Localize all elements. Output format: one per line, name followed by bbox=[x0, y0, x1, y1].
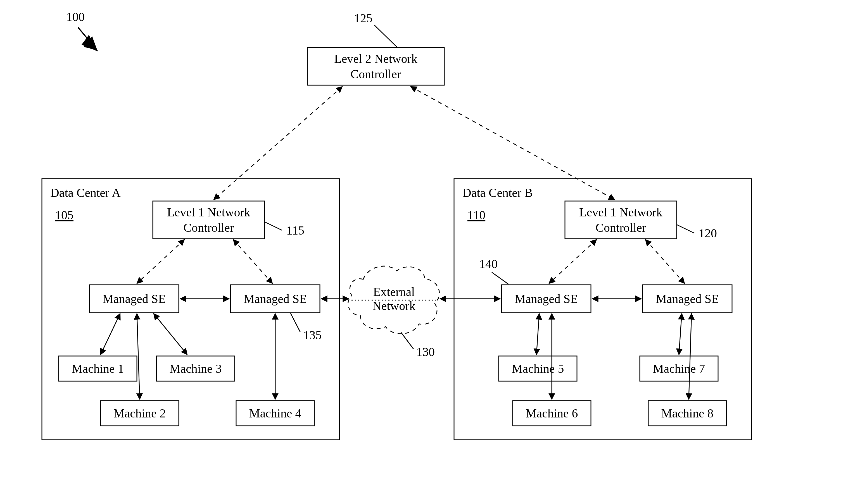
network-diagram: 100 Level 2 Network Controller 125 Data … bbox=[0, 0, 841, 504]
dc-b-title: Data Center B bbox=[462, 186, 533, 200]
l2-line1: Level 2 Network bbox=[334, 52, 417, 66]
link-l1a-sea2 bbox=[233, 239, 273, 283]
link-sea1-m1 bbox=[101, 313, 120, 355]
link-l1b-seb2 bbox=[645, 239, 685, 283]
l1a-line1: Level 1 Network bbox=[167, 205, 250, 219]
link-l2-l1b bbox=[411, 87, 615, 200]
m4-label: Machine 4 bbox=[249, 407, 301, 420]
link-seb1-m5 bbox=[537, 313, 539, 355]
se-b1-label: Managed SE bbox=[515, 292, 578, 306]
ref-130-label: 130 bbox=[416, 345, 435, 359]
se-a1-label: Managed SE bbox=[103, 292, 166, 306]
link-l1a-sea1 bbox=[137, 239, 185, 283]
m6-label: Machine 6 bbox=[526, 407, 578, 420]
ref-135-leader bbox=[291, 313, 300, 332]
ref-115-label: 115 bbox=[286, 224, 304, 237]
ref-135-label: 135 bbox=[303, 328, 321, 342]
ref-125: 125 bbox=[354, 12, 397, 47]
l2-line2: Controller bbox=[351, 67, 401, 81]
se-a2-label: Managed SE bbox=[244, 292, 307, 306]
level1-controller-b: Level 1 Network Controller bbox=[565, 201, 677, 239]
level1-controller-a: Level 1 Network Controller bbox=[153, 201, 265, 239]
level2-controller: Level 2 Network Controller bbox=[307, 48, 444, 85]
l1b-line1: Level 1 Network bbox=[579, 205, 663, 219]
dc-a-title: Data Center A bbox=[50, 186, 121, 200]
m3-label: Machine 3 bbox=[170, 362, 222, 376]
ref-140-label: 140 bbox=[479, 257, 497, 271]
ref-120-leader bbox=[677, 225, 694, 233]
link-l2-l1a bbox=[214, 87, 342, 200]
ref-115-leader bbox=[265, 222, 282, 230]
ext-l1: External bbox=[373, 285, 415, 299]
m2-label: Machine 2 bbox=[114, 407, 166, 420]
l1a-line2: Controller bbox=[183, 221, 234, 235]
ref-125-label: 125 bbox=[354, 12, 372, 25]
ref-110-label: 110 bbox=[468, 208, 485, 222]
m8-label: Machine 8 bbox=[661, 407, 714, 420]
m5-label: Machine 5 bbox=[512, 362, 564, 376]
ref-120-label: 120 bbox=[699, 227, 717, 240]
svg-line-4 bbox=[374, 25, 397, 47]
m1-label: Machine 1 bbox=[72, 362, 124, 376]
ref-105-label: 105 bbox=[55, 208, 73, 222]
external-network-cloud: External Network bbox=[348, 266, 439, 334]
l1b-line2: Controller bbox=[596, 221, 646, 235]
m7-label: Machine 7 bbox=[653, 362, 705, 376]
ref-130-leader bbox=[401, 332, 414, 349]
se-b2-label: Managed SE bbox=[656, 292, 719, 306]
ref-140-leader bbox=[492, 272, 509, 284]
link-l1b-seb1 bbox=[549, 239, 597, 283]
link-seb2-m7 bbox=[679, 313, 682, 355]
ext-l2: Network bbox=[372, 299, 416, 313]
ref-100-label: 100 bbox=[66, 10, 85, 24]
link-sea1-m3 bbox=[154, 313, 187, 355]
